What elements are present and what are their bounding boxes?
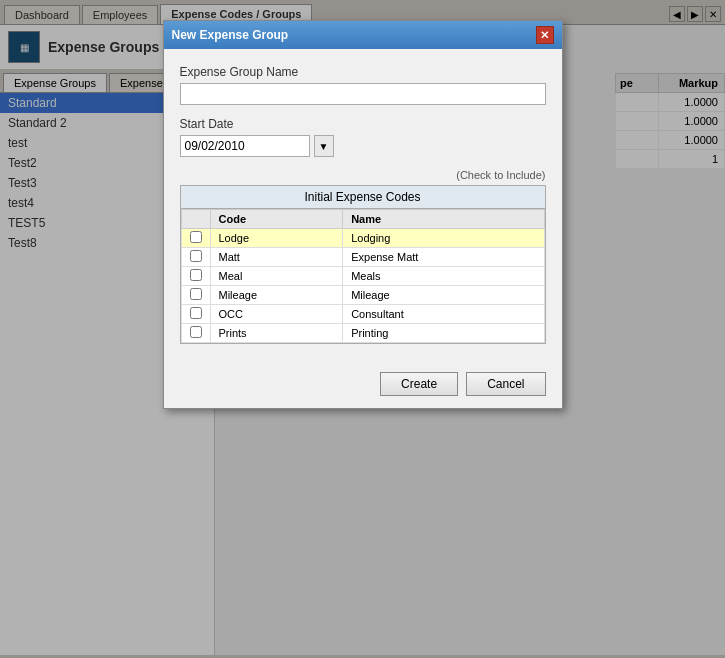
modal-footer: Create Cancel: [164, 360, 562, 408]
row-checkbox[interactable]: [190, 231, 202, 243]
row-code: Meal: [210, 267, 343, 286]
row-checkbox-cell[interactable]: [181, 324, 210, 343]
col-header-code: Code: [210, 210, 343, 229]
row-checkbox-cell[interactable]: [181, 305, 210, 324]
codes-table-row: Matt Expense Matt: [181, 248, 544, 267]
initial-expense-codes-section: Initial Expense Codes Code Name Lodge: [180, 185, 546, 344]
modal-overlay: New Expense Group ✕ Expense Group Name S…: [0, 0, 725, 658]
row-code: Mileage: [210, 286, 343, 305]
date-dropdown-button[interactable]: ▼: [314, 135, 334, 157]
start-date-row: Start Date ▼: [180, 117, 546, 157]
group-name-label: Expense Group Name: [180, 65, 546, 79]
row-name: Expense Matt: [343, 248, 544, 267]
row-checkbox[interactable]: [190, 250, 202, 262]
codes-table-header-row: Code Name: [181, 210, 544, 229]
row-code: Lodge: [210, 229, 343, 248]
col-header-checkbox: [181, 210, 210, 229]
start-date-label: Start Date: [180, 117, 546, 131]
main-content: ▦ Expense Groups / C... Expense Groups E…: [0, 25, 725, 655]
modal-header: New Expense Group ✕: [164, 21, 562, 49]
row-name: Mileage: [343, 286, 544, 305]
start-date-input[interactable]: [180, 135, 310, 157]
row-checkbox[interactable]: [190, 288, 202, 300]
row-checkbox[interactable]: [190, 269, 202, 281]
codes-table-row: Lodge Lodging: [181, 229, 544, 248]
row-checkbox-cell[interactable]: [181, 267, 210, 286]
row-code: Matt: [210, 248, 343, 267]
row-code: Prints: [210, 324, 343, 343]
row-checkbox[interactable]: [190, 326, 202, 338]
row-name: Printing: [343, 324, 544, 343]
codes-table: Code Name Lodge Lodging Matt Expense Mat…: [181, 209, 545, 343]
row-checkbox[interactable]: [190, 307, 202, 319]
modal-title: New Expense Group: [172, 28, 289, 42]
date-field-row: ▼: [180, 135, 546, 157]
group-name-input[interactable]: [180, 83, 546, 105]
new-expense-group-dialog: New Expense Group ✕ Expense Group Name S…: [163, 20, 563, 409]
modal-close-button[interactable]: ✕: [536, 26, 554, 44]
create-button[interactable]: Create: [380, 372, 458, 396]
codes-table-row: Meal Meals: [181, 267, 544, 286]
row-name: Meals: [343, 267, 544, 286]
codes-table-row: OCC Consultant: [181, 305, 544, 324]
codes-section-title: Initial Expense Codes: [181, 186, 545, 209]
modal-body: Expense Group Name Start Date ▼ (Check t…: [164, 49, 562, 360]
row-checkbox-cell[interactable]: [181, 286, 210, 305]
row-checkbox-cell[interactable]: [181, 229, 210, 248]
check-include-label: (Check to Include): [180, 169, 546, 181]
row-name: Consultant: [343, 305, 544, 324]
row-name: Lodging: [343, 229, 544, 248]
group-name-row: Expense Group Name: [180, 65, 546, 105]
row-checkbox-cell[interactable]: [181, 248, 210, 267]
codes-table-row: Mileage Mileage: [181, 286, 544, 305]
row-code: OCC: [210, 305, 343, 324]
cancel-button[interactable]: Cancel: [466, 372, 545, 396]
codes-table-row: Prints Printing: [181, 324, 544, 343]
col-header-name: Name: [343, 210, 544, 229]
